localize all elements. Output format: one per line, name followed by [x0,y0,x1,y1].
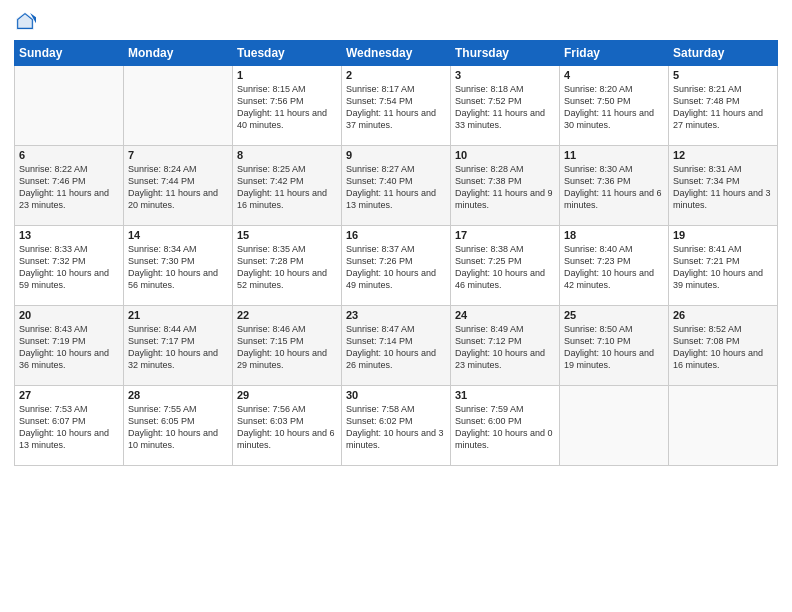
cell-info: Sunrise: 8:31 AM Sunset: 7:34 PM Dayligh… [673,163,773,212]
calendar-cell: 20Sunrise: 8:43 AM Sunset: 7:19 PM Dayli… [15,306,124,386]
cell-info: Sunrise: 8:20 AM Sunset: 7:50 PM Dayligh… [564,83,664,132]
day-number: 22 [237,309,337,321]
calendar-cell: 29Sunrise: 7:56 AM Sunset: 6:03 PM Dayli… [233,386,342,466]
day-number: 23 [346,309,446,321]
cell-info: Sunrise: 8:18 AM Sunset: 7:52 PM Dayligh… [455,83,555,132]
weekday-sunday: Sunday [15,41,124,66]
day-number: 4 [564,69,664,81]
calendar-cell: 13Sunrise: 8:33 AM Sunset: 7:32 PM Dayli… [15,226,124,306]
calendar-cell: 17Sunrise: 8:38 AM Sunset: 7:25 PM Dayli… [451,226,560,306]
header [14,10,778,32]
page: SundayMondayTuesdayWednesdayThursdayFrid… [0,0,792,612]
calendar-cell [15,66,124,146]
calendar-cell: 4Sunrise: 8:20 AM Sunset: 7:50 PM Daylig… [560,66,669,146]
cell-info: Sunrise: 8:47 AM Sunset: 7:14 PM Dayligh… [346,323,446,372]
cell-info: Sunrise: 7:59 AM Sunset: 6:00 PM Dayligh… [455,403,555,452]
day-number: 14 [128,229,228,241]
calendar-cell: 6Sunrise: 8:22 AM Sunset: 7:46 PM Daylig… [15,146,124,226]
calendar-cell: 8Sunrise: 8:25 AM Sunset: 7:42 PM Daylig… [233,146,342,226]
day-number: 6 [19,149,119,161]
weekday-saturday: Saturday [669,41,778,66]
calendar-cell: 9Sunrise: 8:27 AM Sunset: 7:40 PM Daylig… [342,146,451,226]
week-row-3: 20Sunrise: 8:43 AM Sunset: 7:19 PM Dayli… [15,306,778,386]
day-number: 11 [564,149,664,161]
cell-info: Sunrise: 8:27 AM Sunset: 7:40 PM Dayligh… [346,163,446,212]
week-row-2: 13Sunrise: 8:33 AM Sunset: 7:32 PM Dayli… [15,226,778,306]
cell-info: Sunrise: 8:49 AM Sunset: 7:12 PM Dayligh… [455,323,555,372]
calendar-cell: 15Sunrise: 8:35 AM Sunset: 7:28 PM Dayli… [233,226,342,306]
day-number: 24 [455,309,555,321]
cell-info: Sunrise: 8:21 AM Sunset: 7:48 PM Dayligh… [673,83,773,132]
cell-info: Sunrise: 7:55 AM Sunset: 6:05 PM Dayligh… [128,403,228,452]
cell-info: Sunrise: 8:50 AM Sunset: 7:10 PM Dayligh… [564,323,664,372]
weekday-thursday: Thursday [451,41,560,66]
cell-info: Sunrise: 8:22 AM Sunset: 7:46 PM Dayligh… [19,163,119,212]
cell-info: Sunrise: 8:37 AM Sunset: 7:26 PM Dayligh… [346,243,446,292]
cell-info: Sunrise: 8:44 AM Sunset: 7:17 PM Dayligh… [128,323,228,372]
calendar-cell [124,66,233,146]
day-number: 10 [455,149,555,161]
day-number: 15 [237,229,337,241]
calendar-cell: 5Sunrise: 8:21 AM Sunset: 7:48 PM Daylig… [669,66,778,146]
calendar-cell: 12Sunrise: 8:31 AM Sunset: 7:34 PM Dayli… [669,146,778,226]
week-row-0: 1Sunrise: 8:15 AM Sunset: 7:56 PM Daylig… [15,66,778,146]
week-row-1: 6Sunrise: 8:22 AM Sunset: 7:46 PM Daylig… [15,146,778,226]
cell-info: Sunrise: 8:38 AM Sunset: 7:25 PM Dayligh… [455,243,555,292]
logo-icon [14,10,36,32]
day-number: 31 [455,389,555,401]
weekday-friday: Friday [560,41,669,66]
cell-info: Sunrise: 8:15 AM Sunset: 7:56 PM Dayligh… [237,83,337,132]
calendar-cell: 11Sunrise: 8:30 AM Sunset: 7:36 PM Dayli… [560,146,669,226]
calendar-cell: 3Sunrise: 8:18 AM Sunset: 7:52 PM Daylig… [451,66,560,146]
cell-info: Sunrise: 8:35 AM Sunset: 7:28 PM Dayligh… [237,243,337,292]
day-number: 19 [673,229,773,241]
weekday-tuesday: Tuesday [233,41,342,66]
day-number: 25 [564,309,664,321]
calendar-cell: 14Sunrise: 8:34 AM Sunset: 7:30 PM Dayli… [124,226,233,306]
cell-info: Sunrise: 8:41 AM Sunset: 7:21 PM Dayligh… [673,243,773,292]
day-number: 2 [346,69,446,81]
cell-info: Sunrise: 7:56 AM Sunset: 6:03 PM Dayligh… [237,403,337,452]
calendar-cell: 7Sunrise: 8:24 AM Sunset: 7:44 PM Daylig… [124,146,233,226]
calendar-cell [669,386,778,466]
calendar-cell: 25Sunrise: 8:50 AM Sunset: 7:10 PM Dayli… [560,306,669,386]
day-number: 12 [673,149,773,161]
calendar-cell: 23Sunrise: 8:47 AM Sunset: 7:14 PM Dayli… [342,306,451,386]
cell-info: Sunrise: 7:58 AM Sunset: 6:02 PM Dayligh… [346,403,446,452]
day-number: 8 [237,149,337,161]
calendar-cell: 10Sunrise: 8:28 AM Sunset: 7:38 PM Dayli… [451,146,560,226]
calendar-table: SundayMondayTuesdayWednesdayThursdayFrid… [14,40,778,466]
day-number: 18 [564,229,664,241]
cell-info: Sunrise: 8:43 AM Sunset: 7:19 PM Dayligh… [19,323,119,372]
calendar-cell: 19Sunrise: 8:41 AM Sunset: 7:21 PM Dayli… [669,226,778,306]
cell-info: Sunrise: 8:24 AM Sunset: 7:44 PM Dayligh… [128,163,228,212]
calendar-cell [560,386,669,466]
week-row-4: 27Sunrise: 7:53 AM Sunset: 6:07 PM Dayli… [15,386,778,466]
cell-info: Sunrise: 8:52 AM Sunset: 7:08 PM Dayligh… [673,323,773,372]
cell-info: Sunrise: 8:25 AM Sunset: 7:42 PM Dayligh… [237,163,337,212]
day-number: 20 [19,309,119,321]
day-number: 5 [673,69,773,81]
calendar-cell: 30Sunrise: 7:58 AM Sunset: 6:02 PM Dayli… [342,386,451,466]
cell-info: Sunrise: 8:28 AM Sunset: 7:38 PM Dayligh… [455,163,555,212]
day-number: 16 [346,229,446,241]
day-number: 3 [455,69,555,81]
calendar-cell: 31Sunrise: 7:59 AM Sunset: 6:00 PM Dayli… [451,386,560,466]
cell-info: Sunrise: 8:30 AM Sunset: 7:36 PM Dayligh… [564,163,664,212]
svg-marker-0 [16,12,34,30]
cell-info: Sunrise: 7:53 AM Sunset: 6:07 PM Dayligh… [19,403,119,452]
weekday-monday: Monday [124,41,233,66]
calendar-cell: 2Sunrise: 8:17 AM Sunset: 7:54 PM Daylig… [342,66,451,146]
calendar-cell: 26Sunrise: 8:52 AM Sunset: 7:08 PM Dayli… [669,306,778,386]
calendar-cell: 21Sunrise: 8:44 AM Sunset: 7:17 PM Dayli… [124,306,233,386]
day-number: 7 [128,149,228,161]
calendar-cell: 16Sunrise: 8:37 AM Sunset: 7:26 PM Dayli… [342,226,451,306]
cell-info: Sunrise: 8:34 AM Sunset: 7:30 PM Dayligh… [128,243,228,292]
calendar-cell: 27Sunrise: 7:53 AM Sunset: 6:07 PM Dayli… [15,386,124,466]
day-number: 26 [673,309,773,321]
day-number: 1 [237,69,337,81]
day-number: 28 [128,389,228,401]
calendar-cell: 22Sunrise: 8:46 AM Sunset: 7:15 PM Dayli… [233,306,342,386]
weekday-wednesday: Wednesday [342,41,451,66]
calendar-cell: 28Sunrise: 7:55 AM Sunset: 6:05 PM Dayli… [124,386,233,466]
